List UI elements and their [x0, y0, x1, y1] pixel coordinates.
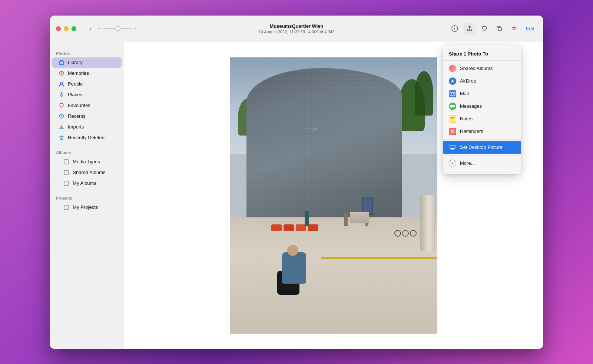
zoom-control: − +: [98, 26, 136, 31]
sidebar-label-recents: Recents: [68, 113, 86, 119]
share-popup-divider-2: [443, 155, 521, 156]
orange-block-4: [308, 224, 318, 231]
sidebar-item-media-types[interactable]: › Media Types: [52, 157, 122, 167]
zoom-plus-label: +: [134, 26, 137, 31]
photo-background: mumok: [230, 57, 437, 334]
share-button[interactable]: [464, 23, 476, 34]
share-item-more[interactable]: ··· More...: [443, 157, 521, 170]
more-popup-icon: ···: [449, 160, 456, 167]
sidebar-item-shared-albums[interactable]: › Shared Albums: [52, 167, 122, 178]
notes-popup-label: Notes: [460, 116, 473, 121]
messages-popup-icon: [449, 103, 456, 110]
window-subtitle: 14 August 2022, 11:22:59 · 4 006 of 4 04…: [259, 30, 335, 34]
photo-person-sitting: [275, 232, 324, 295]
svg-rect-11: [64, 205, 69, 210]
svg-point-14: [453, 67, 455, 69]
titlebar-right-controls: i: [449, 23, 537, 34]
photo-display: mumok: [230, 57, 437, 334]
airdrop-popup-icon: [449, 77, 456, 85]
share-item-messages[interactable]: Messages: [443, 100, 521, 113]
enhance-button[interactable]: [508, 23, 520, 34]
photos-section-label: Photos: [50, 48, 124, 57]
sidebar-item-my-projects[interactable]: › My Projects: [52, 202, 122, 213]
favorite-button[interactable]: [478, 23, 490, 34]
photo-tree-right2: [415, 71, 433, 116]
sidebar-item-places[interactable]: Places: [52, 90, 122, 100]
window-title: MuseumsQuartier Wien: [259, 23, 335, 29]
mail-popup-icon: [449, 90, 456, 97]
zoom-slider[interactable]: [103, 28, 132, 29]
titlebar-left-controls: ‹ − +: [86, 24, 136, 33]
copy-button[interactable]: [493, 23, 505, 34]
my-projects-icon: [63, 204, 70, 211]
photo-cylinder: [420, 195, 435, 251]
maximize-button[interactable]: [72, 26, 76, 31]
sidebar-label-shared-albums: Shared Albums: [73, 170, 105, 175]
info-button[interactable]: i: [449, 23, 461, 34]
shared-albums-sidebar-icon: [63, 169, 70, 176]
minimize-button[interactable]: [64, 26, 69, 31]
svg-point-17: [452, 80, 453, 81]
sidebar-label-favourites: Favourites: [68, 103, 90, 108]
bike-wheel-3: [410, 230, 417, 237]
svg-rect-22: [450, 117, 455, 118]
sidebar-item-my-albums[interactable]: › My Albums: [52, 178, 122, 188]
share-item-set-desktop[interactable]: Set Desktop Picture: [443, 141, 521, 154]
svg-rect-3: [59, 61, 64, 64]
back-button[interactable]: ‹: [86, 24, 95, 33]
main-content: Photos Library Memories: [50, 42, 543, 349]
photo-bg-person1: [305, 211, 309, 226]
share-popup-title: Share 1 Photo To: [443, 50, 521, 61]
recents-icon: [58, 113, 65, 120]
sidebar-label-library: Library: [68, 60, 83, 65]
set-desktop-popup-label: Set Desktop Picture: [460, 144, 503, 150]
photo-yellow-line: [321, 257, 437, 259]
sidebar-item-imports[interactable]: Imports: [52, 122, 122, 132]
reminders-popup-label: Reminders: [460, 128, 483, 134]
sidebar-item-recently-deleted[interactable]: Recently Deleted: [52, 133, 122, 143]
sidebar-item-memories[interactable]: Memories: [52, 68, 122, 79]
photo-museum-text: mumok: [305, 127, 318, 130]
sidebar-item-library[interactable]: Library: [52, 57, 122, 68]
sidebar-item-recents[interactable]: Recents: [52, 111, 122, 121]
sidebar-item-people[interactable]: People: [52, 79, 122, 89]
sidebar: Photos Library Memories: [50, 42, 124, 349]
svg-rect-23: [450, 118, 454, 119]
bike-wheel-1: [394, 230, 401, 237]
titlebar: ‹ − + MuseumsQuartier Wien 14 August 202…: [50, 16, 543, 42]
photo-person-body: [282, 252, 306, 284]
bike-wheel-2: [402, 230, 409, 237]
svg-point-13: [451, 67, 453, 69]
projects-section-label: Projects: [50, 193, 124, 202]
svg-rect-18: [449, 90, 456, 97]
zoom-thumb: [116, 26, 120, 31]
app-window: ‹ − + MuseumsQuartier Wien 14 August 202…: [50, 16, 543, 349]
media-types-icon: [63, 158, 70, 165]
chevron-media-types: ›: [58, 160, 59, 164]
edit-button[interactable]: Edit: [523, 24, 537, 33]
share-item-notes[interactable]: Notes: [443, 113, 521, 125]
more-popup-label: More...: [460, 160, 475, 166]
favourites-icon: [58, 102, 65, 109]
photo-stairs: [350, 212, 369, 223]
share-item-airdrop[interactable]: AirDrop: [443, 75, 521, 87]
places-icon: [58, 91, 65, 98]
recently-deleted-icon: [58, 134, 65, 141]
sidebar-item-favourites[interactable]: Favourites: [52, 100, 122, 111]
reminders-popup-icon: [449, 128, 456, 135]
photo-building-texture: [246, 68, 402, 223]
photo-orange-seating: [271, 224, 318, 231]
titlebar-center: MuseumsQuartier Wien 14 August 2022, 11:…: [259, 23, 335, 34]
people-icon: [58, 81, 65, 87]
shared-albums-popup-label: Shared Albums: [460, 66, 493, 71]
photo-area: mumok: [124, 42, 543, 349]
share-item-reminders[interactable]: Reminders: [443, 125, 521, 138]
share-item-shared-albums[interactable]: Shared Albums: [443, 62, 521, 75]
shared-albums-popup-icon: [449, 65, 456, 72]
close-button[interactable]: [56, 26, 61, 31]
notes-popup-icon: [449, 115, 456, 123]
share-item-mail[interactable]: Mail: [443, 87, 521, 100]
albums-section-label: Albums: [50, 147, 124, 156]
photo-bg-person2: [344, 213, 348, 226]
mail-popup-label: Mail: [460, 91, 469, 96]
